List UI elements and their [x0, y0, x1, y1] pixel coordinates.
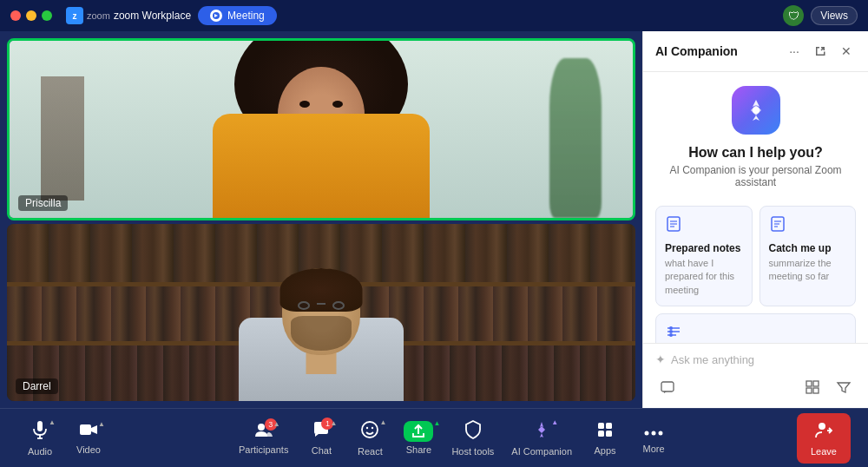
ai-welcome-title: How can I help you? [688, 145, 823, 161]
maximize-button[interactable] [42, 10, 52, 21]
react-icon: ▲ [360, 420, 379, 444]
ai-panel-title: AI Companion [655, 44, 778, 58]
v2-person-figure [234, 268, 408, 401]
minimize-button[interactable] [26, 10, 36, 21]
toolbar-left-group: ▲ Audio ▲ Video [17, 417, 111, 460]
audio-button[interactable]: ▲ Audio [17, 417, 62, 460]
svg-point-14 [669, 330, 673, 333]
more-icon [644, 423, 663, 441]
svg-point-37 [659, 431, 663, 435]
v2-glasses-bridge [317, 303, 326, 305]
audio-arrow-icon: ▲ [49, 418, 56, 426]
ai-companion-arrow-icon: ▲ [551, 418, 558, 426]
svg-rect-34 [606, 431, 612, 437]
leave-button[interactable]: Leave [797, 413, 851, 464]
chat-arrow-icon: ▲ [331, 419, 338, 427]
apps-icon [596, 421, 614, 443]
title-bar: z zoom zoom Workplace Meeting 🛡 Views [0, 0, 868, 31]
ai-panel-more-button[interactable]: ··· [785, 42, 804, 61]
svg-point-15 [669, 333, 673, 337]
prepared-notes-desc: what have I prepared for this meeting [665, 257, 743, 297]
video-canvas-2 [7, 224, 635, 401]
react-button[interactable]: ▲ React [347, 417, 392, 460]
video-icon: ▲ [79, 422, 98, 442]
svg-point-30 [540, 427, 544, 431]
ai-companion-label: AI Companion [511, 446, 572, 457]
host-tools-label: Host tools [451, 446, 494, 457]
ai-companion-panel: AI Companion ··· ✕ [642, 31, 868, 408]
share-arrow-icon: ▲ [434, 419, 441, 427]
ai-right-actions [800, 375, 856, 399]
ai-panel-popout-button[interactable] [811, 42, 830, 61]
chat-label: Chat [312, 445, 332, 456]
svg-point-29 [372, 426, 373, 428]
ai-new-chat-button[interactable] [655, 375, 680, 399]
ai-companion-toolbar-icon: ▲ [532, 420, 551, 444]
meeting-tab[interactable]: Meeting [198, 6, 277, 25]
video-button[interactable]: ▲ Video [66, 418, 111, 458]
share-button[interactable]: ▲ Share [396, 418, 441, 458]
svg-rect-16 [661, 382, 674, 391]
host-tools-button[interactable]: Host tools [444, 417, 501, 460]
svg-rect-19 [806, 388, 812, 393]
apps-button[interactable]: Apps [582, 418, 628, 459]
video-canvas-1 [10, 41, 633, 218]
panel-header-icons: ··· ✕ [785, 42, 856, 61]
ai-welcome-subtitle: AI Companion is your personal Zoom assis… [655, 164, 856, 188]
ai-filter-button[interactable] [832, 375, 856, 399]
share-label: Share [406, 444, 431, 455]
ai-panel-body: How can I help you? AI Companion is your… [643, 72, 868, 343]
share-icon: ▲ [404, 421, 433, 442]
title-bar-right: 🛡 Views [783, 5, 858, 26]
v1-plant [549, 58, 602, 218]
main-content: Priscilla [0, 31, 868, 408]
v2-face [282, 268, 360, 355]
svg-point-36 [652, 431, 656, 435]
ai-footer-actions [655, 375, 856, 399]
ai-ask-placeholder: Ask me anything [671, 353, 754, 366]
svg-rect-32 [606, 423, 612, 429]
ai-companion-icon [732, 86, 780, 135]
chat-button[interactable]: 1 ▲ Chat [299, 418, 344, 459]
v2-eye-right [332, 301, 345, 310]
audio-icon: ▲ [31, 420, 49, 444]
views-button[interactable]: Views [811, 6, 858, 25]
svg-rect-18 [813, 381, 819, 386]
ai-card-action-items[interactable]: Action items have there been any action … [655, 313, 856, 343]
ai-cards-grid: Prepared notes what have I prepared for … [655, 206, 856, 343]
security-shield-icon[interactable]: 🛡 [783, 5, 804, 26]
svg-point-28 [366, 426, 368, 428]
ai-panel-footer: ✦ Ask me anything [643, 343, 868, 408]
ai-companion-button[interactable]: ▲ AI Companion [504, 417, 579, 460]
more-button[interactable]: More [631, 419, 676, 457]
ai-ask-bar[interactable]: ✦ Ask me anything [655, 352, 856, 366]
svg-rect-24 [80, 424, 91, 435]
v2-beard [291, 316, 352, 351]
ai-panel-header: AI Companion ··· ✕ [643, 31, 868, 72]
v2-hair [280, 268, 363, 312]
participants-icon: 3 ▲ [254, 422, 273, 442]
ai-card-prepared-notes[interactable]: Prepared notes what have I prepared for … [655, 206, 753, 306]
zoom-brand-label: zoom [87, 10, 110, 21]
participants-button[interactable]: 3 ▲ Participants [232, 418, 295, 458]
v1-eye-left [299, 101, 310, 108]
video-area: Priscilla [0, 31, 642, 408]
video-tile-priscilla[interactable]: Priscilla [7, 38, 635, 220]
ai-grid-button[interactable] [800, 375, 825, 399]
video-tile-darrel[interactable]: Darrel [7, 224, 635, 401]
video-label: Video [76, 444, 101, 455]
close-button[interactable] [10, 10, 21, 21]
ai-panel-close-button[interactable]: ✕ [837, 42, 856, 61]
meeting-tab-icon [210, 10, 222, 22]
audio-label: Audio [28, 446, 52, 457]
leave-icon [814, 420, 833, 444]
window-controls [10, 10, 52, 21]
v2-eye-left [298, 301, 310, 310]
v1-furniture [41, 76, 84, 201]
participant-name-darrel: Darrel [16, 378, 58, 394]
ai-card-catch-me-up[interactable]: Catch me up summarize the meeting so far [760, 206, 857, 306]
chat-icon: 1 ▲ [312, 421, 330, 443]
meeting-tab-label: Meeting [227, 10, 265, 22]
apps-label: Apps [595, 445, 616, 456]
svg-point-38 [819, 423, 825, 430]
